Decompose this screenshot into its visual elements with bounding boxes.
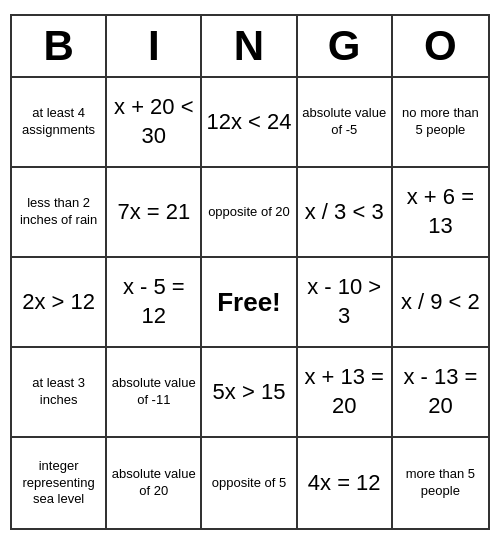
header-letter-g: G	[298, 16, 393, 76]
bingo-cell-14: x / 9 < 2	[393, 258, 488, 348]
bingo-cell-0: at least 4 assignments	[12, 78, 107, 168]
cell-text-21: absolute value of 20	[111, 466, 196, 500]
cell-text-22: opposite of 5	[212, 475, 286, 492]
bingo-cell-21: absolute value of 20	[107, 438, 202, 528]
cell-text-5: less than 2 inches of rain	[16, 195, 101, 229]
bingo-cell-24: more than 5 people	[393, 438, 488, 528]
bingo-cell-12: Free!	[202, 258, 297, 348]
cell-text-20: integer representing sea level	[16, 458, 101, 509]
cell-text-18: x + 13 = 20	[302, 363, 387, 420]
bingo-cell-6: 7x = 21	[107, 168, 202, 258]
cell-text-8: x / 3 < 3	[305, 198, 384, 227]
cell-text-19: x - 13 = 20	[397, 363, 484, 420]
cell-text-12: Free!	[217, 287, 281, 318]
header-letter-i: I	[107, 16, 202, 76]
cell-text-6: 7x = 21	[117, 198, 190, 227]
cell-text-23: 4x = 12	[308, 469, 381, 498]
cell-text-17: 5x > 15	[213, 378, 286, 407]
bingo-cell-7: opposite of 20	[202, 168, 297, 258]
bingo-cell-23: 4x = 12	[298, 438, 393, 528]
bingo-card: BINGO at least 4 assignmentsx + 20 < 301…	[10, 14, 490, 530]
bingo-cell-11: x - 5 = 12	[107, 258, 202, 348]
cell-text-7: opposite of 20	[208, 204, 290, 221]
bingo-cell-8: x / 3 < 3	[298, 168, 393, 258]
cell-text-3: absolute value of -5	[302, 105, 387, 139]
bingo-cell-1: x + 20 < 30	[107, 78, 202, 168]
bingo-cell-4: no more than 5 people	[393, 78, 488, 168]
cell-text-2: 12x < 24	[206, 108, 291, 137]
bingo-cell-22: opposite of 5	[202, 438, 297, 528]
bingo-cell-15: at least 3 inches	[12, 348, 107, 438]
bingo-cell-18: x + 13 = 20	[298, 348, 393, 438]
cell-text-4: no more than 5 people	[397, 105, 484, 139]
cell-text-13: x - 10 > 3	[302, 273, 387, 330]
cell-text-9: x + 6 = 13	[397, 183, 484, 240]
cell-text-16: absolute value of -11	[111, 375, 196, 409]
bingo-cell-3: absolute value of -5	[298, 78, 393, 168]
header-letter-n: N	[202, 16, 297, 76]
cell-text-11: x - 5 = 12	[111, 273, 196, 330]
bingo-cell-5: less than 2 inches of rain	[12, 168, 107, 258]
bingo-cell-13: x - 10 > 3	[298, 258, 393, 348]
cell-text-1: x + 20 < 30	[111, 93, 196, 150]
cell-text-24: more than 5 people	[397, 466, 484, 500]
header-letter-b: B	[12, 16, 107, 76]
bingo-grid: at least 4 assignmentsx + 20 < 3012x < 2…	[12, 78, 488, 528]
header-letter-o: O	[393, 16, 488, 76]
bingo-cell-16: absolute value of -11	[107, 348, 202, 438]
bingo-cell-9: x + 6 = 13	[393, 168, 488, 258]
cell-text-10: 2x > 12	[22, 288, 95, 317]
bingo-cell-10: 2x > 12	[12, 258, 107, 348]
cell-text-14: x / 9 < 2	[401, 288, 480, 317]
bingo-header: BINGO	[12, 16, 488, 78]
bingo-cell-20: integer representing sea level	[12, 438, 107, 528]
bingo-cell-17: 5x > 15	[202, 348, 297, 438]
cell-text-0: at least 4 assignments	[16, 105, 101, 139]
bingo-cell-19: x - 13 = 20	[393, 348, 488, 438]
bingo-cell-2: 12x < 24	[202, 78, 297, 168]
cell-text-15: at least 3 inches	[16, 375, 101, 409]
